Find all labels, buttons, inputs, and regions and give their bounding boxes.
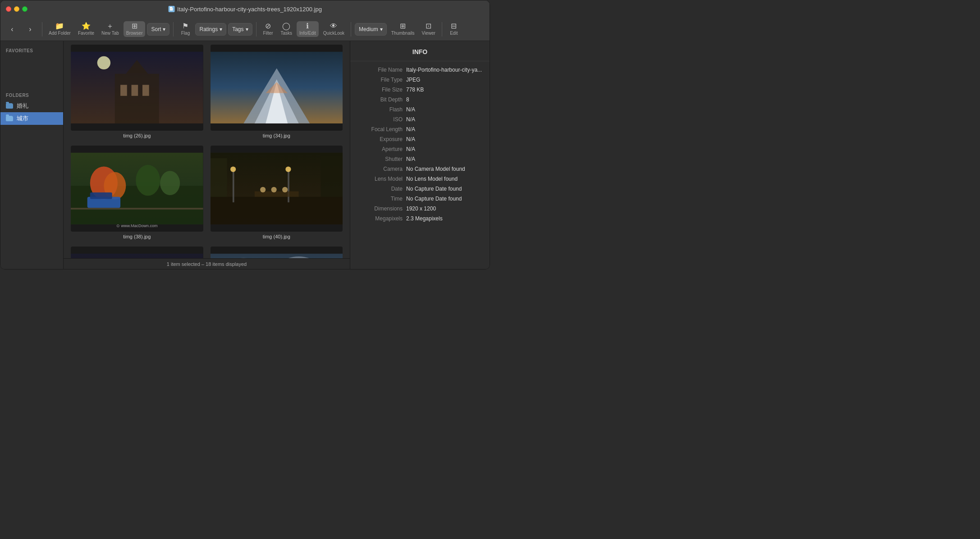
close-button[interactable] bbox=[6, 6, 11, 12]
divider-5 bbox=[442, 22, 442, 37]
info-row-filetype: File Type JPEG bbox=[350, 75, 490, 85]
svg-rect-5 bbox=[132, 85, 138, 96]
info-row-focal: Focal Length N/A bbox=[350, 124, 490, 134]
svg-rect-25 bbox=[288, 169, 289, 202]
photo-grid: timg (26).jpg bbox=[64, 41, 350, 258]
star-icon: ⭐ bbox=[82, 23, 91, 30]
thumbnails-button[interactable]: ⊞ Thumbnails bbox=[389, 21, 417, 37]
svg-point-31 bbox=[271, 187, 276, 192]
info-val-flash: N/A bbox=[406, 106, 415, 113]
sidebar-item-label: 婚礼 bbox=[17, 102, 28, 110]
tags-dropdown[interactable]: Tags ▾ bbox=[228, 23, 252, 36]
back-button[interactable]: ‹ bbox=[4, 24, 20, 34]
forward-icon: › bbox=[29, 26, 31, 33]
photo-thumbnail[interactable] bbox=[71, 45, 203, 131]
info-row-dimensions: Dimensions 1920 x 1200 bbox=[350, 204, 490, 214]
ratings-dropdown[interactable]: Ratings ▾ bbox=[195, 23, 226, 36]
filter-button[interactable]: ⊘ Filter bbox=[260, 21, 276, 37]
flag-icon: ⚑ bbox=[182, 23, 188, 30]
info-row-date: Date No Capture Date found bbox=[350, 184, 490, 194]
add-folder-button[interactable]: 📁 Add Folder bbox=[46, 21, 73, 37]
quicklook-button[interactable]: 👁 QuickLook bbox=[321, 21, 347, 37]
svg-rect-44 bbox=[211, 253, 343, 258]
info-val-lens: No Lens Model found bbox=[406, 176, 458, 182]
photo-thumbnail[interactable]: ⊙ www.MacDown.com bbox=[71, 146, 203, 232]
folder-icon-active bbox=[6, 116, 13, 121]
info-row-filename: File Name Italy-Portofino-harbour-city-y… bbox=[350, 65, 490, 75]
info-key-iso: ISO bbox=[357, 116, 403, 123]
tasks-icon: ◯ bbox=[282, 23, 290, 30]
minimize-button[interactable] bbox=[14, 6, 19, 12]
chevron-down-icon: ▾ bbox=[246, 26, 248, 32]
edit-icon: ⊟ bbox=[451, 23, 457, 30]
forward-button[interactable]: › bbox=[22, 24, 38, 34]
flag-button[interactable]: ⚑ Flag bbox=[177, 21, 193, 37]
photo-thumbnail[interactable] bbox=[71, 247, 203, 258]
info-key-camera: Camera bbox=[357, 166, 403, 172]
svg-point-3 bbox=[97, 56, 110, 69]
list-item[interactable]: ⊙ www.MacDown.com timg (38).jpg bbox=[71, 146, 203, 239]
svg-point-30 bbox=[260, 187, 266, 192]
sidebar-item-city[interactable]: 城市 bbox=[0, 112, 63, 125]
medium-dropdown[interactable]: Medium ▾ bbox=[355, 23, 387, 36]
chevron-down-icon: ▾ bbox=[220, 26, 222, 32]
list-item[interactable]: timg (40).jpg bbox=[211, 146, 343, 239]
info-val-iso: N/A bbox=[406, 116, 415, 123]
toolbar: ‹ › 📁 Add Folder ⭐ Favorite ＋ New Tab ⊞ … bbox=[0, 18, 490, 41]
photo-thumbnail[interactable] bbox=[211, 146, 343, 232]
photo-label: timg (40).jpg bbox=[263, 234, 290, 239]
info-edit-button[interactable]: ℹ Info/Edit bbox=[297, 21, 319, 37]
svg-rect-4 bbox=[120, 85, 127, 96]
info-key-filesize: File Size bbox=[357, 87, 403, 93]
back-icon: ‹ bbox=[11, 26, 13, 33]
svg-point-26 bbox=[285, 166, 291, 172]
svg-rect-29 bbox=[254, 191, 298, 196]
info-row-aperture: Aperture N/A bbox=[350, 144, 490, 154]
maximize-button[interactable] bbox=[22, 6, 27, 12]
info-row-megapixels: Megapixels 2.3 Megapixels bbox=[350, 214, 490, 224]
info-key-flash: Flash bbox=[357, 106, 403, 113]
svg-point-17 bbox=[160, 171, 180, 195]
new-tab-button[interactable]: ＋ New Tab bbox=[99, 21, 122, 37]
status-text: 1 item selected – 18 items displayed bbox=[167, 261, 247, 267]
title-bar: 📄 Italy-Portofino-harbour-city-yachts-tr… bbox=[0, 0, 490, 18]
svg-point-24 bbox=[230, 166, 236, 172]
list-item[interactable]: timg (26).jpg bbox=[71, 45, 203, 138]
info-val-time: No Capture Date found bbox=[406, 196, 462, 202]
file-icon: 📄 bbox=[168, 6, 174, 12]
favorite-button[interactable]: ⭐ Favorite bbox=[75, 21, 97, 37]
viewer-button[interactable]: ⊡ Viewer bbox=[419, 21, 438, 37]
tasks-button[interactable]: ◯ Tasks bbox=[278, 21, 295, 37]
info-key-focal: Focal Length bbox=[357, 126, 403, 132]
info-row-time: Time No Capture Date found bbox=[350, 194, 490, 204]
photo-thumbnail[interactable] bbox=[211, 247, 343, 258]
chevron-down-icon: ▾ bbox=[163, 26, 165, 32]
edit-button[interactable]: ⊟ Edit bbox=[446, 21, 462, 37]
info-icon: ℹ bbox=[306, 23, 309, 30]
svg-rect-20 bbox=[71, 208, 203, 210]
list-item[interactable]: timg (42).jpg bbox=[71, 247, 203, 258]
info-row-iso: ISO N/A bbox=[350, 114, 490, 124]
sidebar-item-wedding[interactable]: 婚礼 bbox=[0, 100, 63, 112]
info-val-shutter: N/A bbox=[406, 156, 415, 162]
add-folder-icon: 📁 bbox=[55, 23, 64, 30]
svg-rect-33 bbox=[71, 253, 203, 258]
info-val-filesize: 778 KB bbox=[406, 87, 424, 93]
photo-thumbnail[interactable] bbox=[211, 45, 343, 131]
svg-rect-19 bbox=[90, 192, 112, 199]
sort-dropdown[interactable]: Sort ▾ bbox=[147, 23, 169, 36]
folders-label: FOLDERS bbox=[0, 91, 63, 100]
info-row-filesize: File Size 778 KB bbox=[350, 85, 490, 95]
main-area: FAVORITES FOLDERS 婚礼 城市 bbox=[0, 41, 490, 269]
info-row-exposure: Exposure N/A bbox=[350, 134, 490, 144]
info-key-dimensions: Dimensions bbox=[357, 206, 403, 212]
info-row-shutter: Shutter N/A bbox=[350, 154, 490, 164]
info-row-flash: Flash N/A bbox=[350, 105, 490, 114]
divider-2 bbox=[173, 22, 174, 37]
watermark: ⊙ www.MacDown.com bbox=[116, 224, 158, 228]
list-item[interactable]: timg (34).jpg bbox=[211, 45, 343, 138]
list-item[interactable]: timg (44).jpg bbox=[211, 247, 343, 258]
svg-rect-1 bbox=[115, 74, 159, 123]
svg-rect-6 bbox=[142, 85, 149, 96]
browser-button[interactable]: ⊞ Browser bbox=[124, 21, 146, 37]
